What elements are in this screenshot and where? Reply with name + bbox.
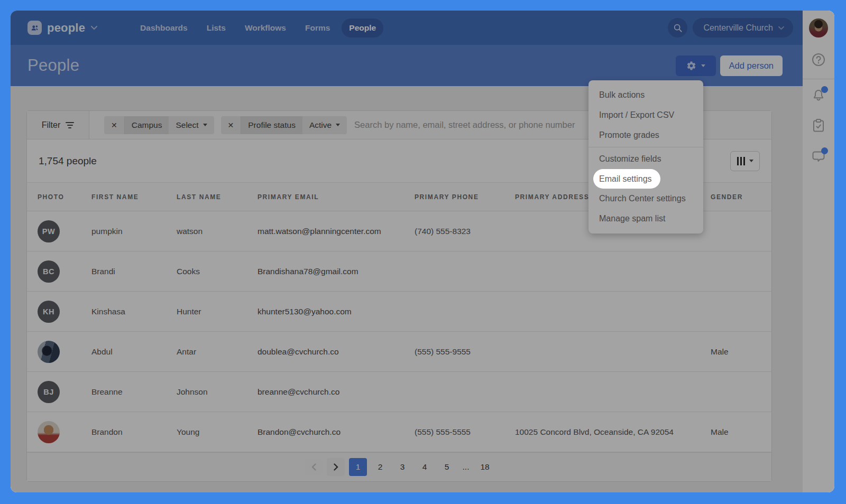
menu-item-email-settings[interactable]: Email settings bbox=[593, 169, 660, 189]
desktop-background: people DashboardsListsWorkflowsFormsPeop… bbox=[0, 0, 846, 504]
dim-overlay bbox=[11, 11, 834, 492]
app-window: people DashboardsListsWorkflowsFormsPeop… bbox=[11, 11, 834, 492]
